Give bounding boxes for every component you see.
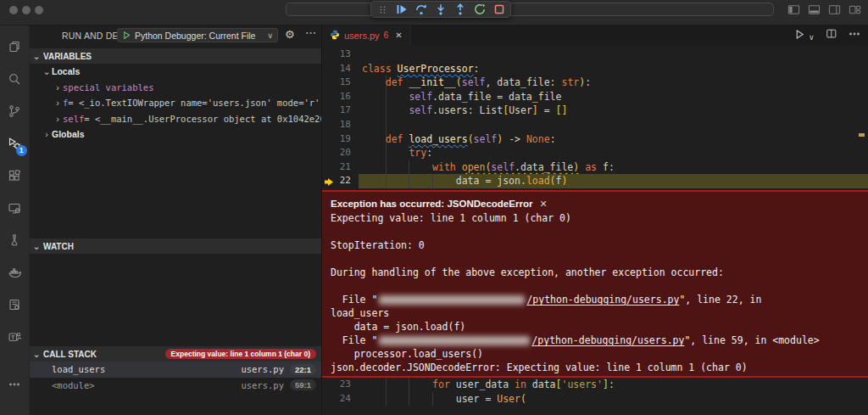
callstack-frame[interactable]: load_usersusers.py22:1: [30, 362, 321, 378]
gear-icon[interactable]: ⚙: [285, 28, 295, 41]
split-editor-icon[interactable]: [826, 28, 837, 43]
layout-customize-icon[interactable]: [849, 3, 861, 16]
debug-config-dropdown[interactable]: Python Debugger: Current File ∨: [117, 28, 278, 42]
scope-label: Locals: [52, 66, 80, 76]
exception-title: Exception has occurred: JSONDecodeError: [331, 199, 532, 209]
activity-search-icon[interactable]: [0, 63, 30, 95]
activity-source-control-icon[interactable]: [0, 95, 30, 127]
start-debug-icon[interactable]: [122, 28, 131, 43]
variables-tree: ⌄Locals›special variables›f = <_io.TextI…: [30, 64, 321, 143]
variables-section-header[interactable]: ⌄ VARIABLES: [30, 48, 321, 64]
exception-widget: Exception has occurred: JSONDecodeError✕…: [322, 190, 868, 378]
command-center[interactable]: [286, 3, 774, 16]
variables-label: VARIABLES: [43, 52, 92, 61]
exception-line: [331, 279, 868, 293]
activity-more-icon[interactable]: [0, 368, 30, 401]
line-text: try:: [362, 146, 432, 160]
line-number: 16: [322, 90, 351, 104]
code-line[interactable]: 20 try:: [322, 146, 868, 160]
layout-panel-icon[interactable]: [808, 3, 821, 16]
exception-line: data = json.load(f): [331, 320, 868, 334]
chevron-right-icon: ›: [53, 98, 63, 108]
exception-line: processor.load_users(): [331, 347, 868, 361]
exception-line: [331, 252, 868, 266]
traffic-close-button[interactable]: [9, 6, 18, 14]
traffic-minimize-button[interactable]: [22, 6, 31, 14]
activity-files-icon[interactable]: [0, 31, 30, 63]
chevron-down-icon: ⌄: [30, 349, 43, 360]
variable-row[interactable]: ›Globals: [30, 126, 321, 143]
layout-sidebar-right-icon[interactable]: [828, 3, 841, 16]
code-line[interactable]: 18: [322, 118, 868, 132]
code-line[interactable]: 21 with open(self.data_file) as f:: [322, 160, 868, 175]
frame-name: <module>: [52, 380, 241, 390]
chevron-right-icon: ›: [53, 82, 63, 93]
activity-extensions-icon[interactable]: [0, 160, 30, 192]
python-icon: [330, 28, 340, 43]
line-text: class UserProcessor:: [362, 62, 480, 76]
activity-docker-icon[interactable]: [0, 256, 30, 289]
step-into-icon[interactable]: [435, 3, 447, 15]
activity-teams-icon[interactable]: [0, 321, 30, 353]
watch-section-header[interactable]: ⌄ WATCH: [30, 238, 321, 254]
variable-text: = <__main__.UserProcessor object at 0x10…: [84, 114, 321, 124]
activity-debug-icon[interactable]: 1: [0, 127, 30, 160]
callstack-label: CALL STACK: [43, 350, 97, 359]
variable-text: self: [63, 114, 84, 124]
callstack-section-header[interactable]: ⌄ CALL STACK Expecting value: line 1 col…: [30, 346, 321, 362]
code-line[interactable]: 15 def __init__(self, data_file: str):: [322, 76, 868, 90]
line-text: data = json.load(f): [362, 174, 567, 188]
gripper-icon: [376, 3, 388, 15]
activity-bar: 1: [0, 25, 30, 415]
stop-icon[interactable]: [493, 3, 505, 15]
current-frame-arrow-icon: [324, 177, 334, 191]
indent-guide: [386, 118, 387, 132]
close-icon[interactable]: ✕: [395, 31, 402, 40]
code-line[interactable]: 24 user = User(: [322, 392, 868, 407]
exception-line: During handling of the above exception, …: [331, 266, 868, 279]
code-line[interactable]: 14class UserProcessor:: [322, 62, 868, 76]
debug-badge: 1: [16, 145, 27, 156]
line-number: 15: [322, 76, 351, 90]
exception-line: load_users: [331, 306, 868, 320]
code-line[interactable]: 17 self.users: List[User] = []: [322, 104, 868, 118]
redacted-path: [379, 336, 530, 345]
line-number: 21: [322, 160, 351, 175]
overview-ruler-mark: [859, 133, 865, 137]
code-line[interactable]: 13: [322, 48, 868, 62]
code-line[interactable]: 22 data = json.load(f): [322, 174, 868, 188]
tab-users-py[interactable]: users.py 6 ✕: [322, 25, 411, 45]
more-icon[interactable]: [848, 27, 861, 44]
variable-row[interactable]: ›special variables: [30, 80, 321, 96]
chevron-right-icon: ›: [42, 129, 52, 139]
chevron-down-icon: ∨: [267, 31, 273, 40]
code-line[interactable]: 23 for user_data in data['users']:: [322, 378, 868, 392]
variable-row[interactable]: ⌄Locals: [30, 64, 321, 80]
code-line[interactable]: 19 def load_users(self) -> None:: [322, 132, 868, 147]
step-out-icon[interactable]: [454, 3, 466, 15]
watch-label: WATCH: [43, 242, 74, 251]
step-over-icon[interactable]: [415, 3, 427, 15]
line-text: def load_users(self) -> None:: [362, 132, 556, 147]
run-icon[interactable]: [794, 28, 805, 43]
close-icon[interactable]: ✕: [539, 199, 547, 209]
activity-notebook-icon[interactable]: [0, 289, 30, 321]
redacted-path: [379, 295, 525, 305]
activity-remote-explorer-icon[interactable]: [0, 192, 30, 224]
variable-row[interactable]: ›self = <__main__.UserProcessor object a…: [30, 111, 321, 127]
variable-row[interactable]: ›f = <_io.TextIOWrapper name='users.json…: [30, 95, 321, 111]
code-area[interactable]: 1314class UserProcessor:15 def __init__(…: [322, 45, 868, 415]
continue-icon[interactable]: [396, 3, 408, 15]
callstack-exception-badge: Expecting value: line 1 column 1 (char 0…: [165, 349, 316, 359]
file-link[interactable]: /python-debugging/users.py: [526, 294, 679, 306]
line-text: with open(self.data_file) as f:: [362, 160, 615, 175]
traffic-maximize-button[interactable]: [35, 6, 43, 14]
file-link[interactable]: /python-debugging/users.py: [531, 334, 684, 346]
callstack-frame[interactable]: <module>users.py59:1: [30, 378, 321, 394]
restart-icon[interactable]: [474, 3, 486, 15]
more-actions-icon[interactable]: ⋯: [305, 26, 316, 39]
activity-testing-icon[interactable]: [0, 224, 30, 256]
line-text: for user_data in data['users']:: [362, 378, 615, 392]
layout-sidebar-left-icon[interactable]: [787, 3, 800, 16]
code-line[interactable]: 16 self.data_file = data_file: [322, 90, 868, 104]
